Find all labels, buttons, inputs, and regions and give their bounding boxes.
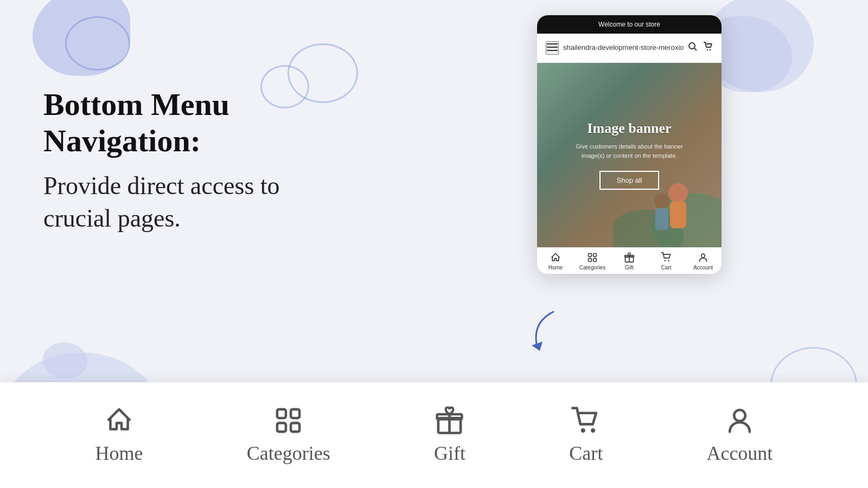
bg-blob-9	[38, 335, 92, 386]
large-nav-gift[interactable]: Gift	[434, 406, 465, 465]
large-account-label: Account	[706, 442, 773, 465]
svg-point-32	[591, 428, 595, 433]
arrow-indicator	[521, 306, 564, 355]
search-icon	[688, 42, 698, 52]
phone-account-icon	[698, 252, 709, 263]
banner-title: Image banner	[587, 120, 671, 137]
search-button[interactable]	[688, 42, 698, 54]
banner-description: Give customers details about the banner …	[575, 142, 684, 160]
svg-rect-27	[291, 423, 299, 432]
large-nav-home[interactable]: Home	[95, 406, 143, 465]
svg-point-22	[701, 254, 705, 258]
svg-point-20	[665, 260, 666, 262]
phone-bottom-nav: Home Categories Gift	[537, 247, 722, 274]
phone-cart-label: Cart	[661, 265, 672, 271]
phone-home-icon	[550, 252, 561, 263]
svg-rect-24	[277, 409, 286, 418]
large-gift-label: Gift	[434, 442, 465, 465]
svg-line-4	[694, 48, 697, 51]
svg-point-21	[668, 260, 669, 262]
bg-blob-5	[705, 0, 814, 92]
hamburger-icon	[547, 43, 558, 51]
svg-point-5	[707, 49, 708, 50]
phone-gift-label: Gift	[625, 265, 634, 271]
phone-gift-icon	[624, 252, 635, 263]
shop-all-button[interactable]: Shop all	[599, 171, 660, 190]
bg-blob-2	[65, 16, 130, 70]
subtitle-text: Provide direct access to crucial pages.	[43, 170, 315, 235]
phone-nav-cart[interactable]: Cart	[648, 252, 685, 271]
phone-nav-categories[interactable]: Categories	[574, 252, 611, 271]
svg-rect-16	[593, 259, 597, 262]
hamburger-menu-button[interactable]	[546, 41, 559, 55]
svg-rect-2	[547, 50, 558, 51]
large-nav-bar: Home Categories Gift Cart	[0, 382, 868, 488]
svg-rect-25	[291, 409, 299, 418]
cart-button-header[interactable]	[703, 42, 713, 54]
phone-home-label: Home	[548, 265, 563, 271]
phone-nav-account[interactable]: Account	[685, 252, 722, 271]
svg-point-31	[580, 428, 585, 433]
large-home-label: Home	[95, 442, 143, 465]
svg-rect-1	[547, 47, 558, 48]
phone-cart-icon	[661, 252, 672, 263]
phone-nav-gift[interactable]: Gift	[611, 252, 648, 271]
phone-account-label: Account	[693, 265, 713, 271]
banner-area: Image banner Give customers details abou…	[537, 63, 722, 247]
large-account-icon	[725, 406, 755, 435]
phone-mockup: Welcome to our store shailendra-developm…	[537, 15, 722, 274]
svg-point-3	[689, 43, 695, 49]
svg-point-33	[734, 410, 745, 421]
large-nav-account[interactable]: Account	[706, 406, 773, 465]
cart-icon-header	[703, 42, 713, 52]
store-header: shailendra-development-store-meroxio	[537, 34, 722, 63]
svg-rect-15	[589, 259, 592, 262]
svg-rect-0	[547, 43, 558, 44]
bg-blob-1	[33, 0, 130, 76]
store-topbar: Welcome to our store	[537, 15, 722, 34]
large-home-icon	[104, 406, 134, 435]
banner-overlay: Image banner Give customers details abou…	[537, 63, 722, 247]
large-nav-categories[interactable]: Categories	[247, 406, 330, 465]
main-title: Bottom Menu Navigation:	[43, 87, 315, 159]
svg-rect-13	[589, 254, 592, 257]
svg-rect-26	[277, 423, 286, 432]
large-nav-cart[interactable]: Cart	[569, 406, 603, 465]
large-categories-label: Categories	[247, 442, 330, 465]
phone-categories-label: Categories	[579, 265, 605, 271]
large-cart-label: Cart	[569, 442, 603, 465]
store-icons	[688, 42, 713, 54]
large-categories-icon	[273, 406, 303, 435]
large-cart-icon	[571, 406, 601, 435]
phone-nav-home[interactable]: Home	[537, 252, 574, 271]
svg-rect-14	[593, 254, 597, 257]
left-section: Bottom Menu Navigation: Provide direct a…	[43, 87, 315, 235]
phone-mockup-container: Welcome to our store shailendra-developm…	[537, 15, 722, 274]
large-gift-icon	[435, 406, 464, 435]
svg-point-6	[710, 49, 711, 50]
store-name: shailendra-development-store-meroxio	[563, 43, 684, 53]
phone-categories-icon	[587, 252, 598, 263]
